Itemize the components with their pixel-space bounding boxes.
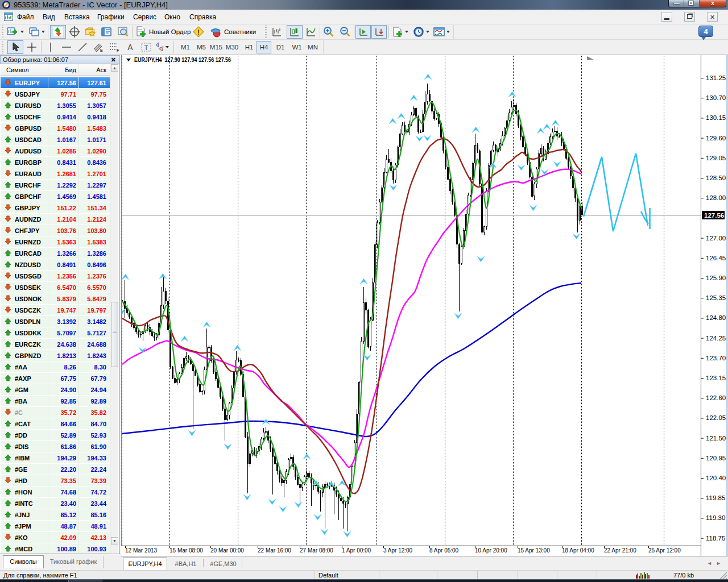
svg-text:12 Mar 2013: 12 Mar 2013 (125, 547, 158, 554)
svg-text:125.35: 125.35 (706, 294, 726, 301)
svg-text:3 Apr 12:00: 3 Apr 12:00 (383, 547, 413, 554)
svg-text:128.00: 128.00 (706, 194, 726, 201)
svg-text:130.15: 130.15 (706, 114, 726, 121)
svg-text:124.25: 124.25 (706, 335, 726, 342)
svg-text:126.45: 126.45 (706, 255, 726, 261)
svg-text:T: T (144, 44, 148, 51)
svg-text:25 Apr 12:00: 25 Apr 12:00 (648, 547, 681, 554)
svg-text:128.50: 128.50 (706, 174, 726, 181)
svg-text:120.40: 120.40 (706, 475, 726, 481)
svg-text:124.80: 124.80 (706, 314, 726, 321)
svg-text:122.60: 122.60 (706, 394, 726, 401)
svg-text:22 Mar 16:00: 22 Mar 16:00 (258, 547, 291, 554)
svg-text:123.15: 123.15 (706, 375, 726, 381)
svg-text:119.30: 119.30 (706, 514, 725, 521)
svg-text:20 Mar 00:00: 20 Mar 00:00 (210, 547, 244, 554)
svg-text:123.70: 123.70 (706, 355, 726, 361)
svg-text:130.70: 130.70 (706, 94, 726, 101)
svg-text:!: ! (197, 28, 200, 36)
svg-text:F: F (117, 48, 119, 52)
svg-text:122.05: 122.05 (706, 414, 726, 421)
svg-text:131.25: 131.25 (706, 74, 726, 81)
svg-text:125.90: 125.90 (706, 275, 726, 281)
svg-text:10 Apr 20:00: 10 Apr 20:00 (475, 547, 507, 554)
svg-text:15 Mar 08:00: 15 Mar 08:00 (169, 547, 203, 554)
svg-text:E: E (100, 48, 103, 52)
svg-text:EURJPY,H4 127.90 127.94 127.5: EURJPY,H4 127.90 127.94 127.56 127.56 (134, 57, 231, 63)
svg-text:127.00: 127.00 (706, 235, 726, 242)
svg-text:120.95: 120.95 (706, 455, 726, 462)
svg-text:119.85: 119.85 (706, 494, 725, 501)
svg-text:1 Apr 00:00: 1 Apr 00:00 (342, 547, 371, 554)
svg-text:121.50: 121.50 (706, 435, 726, 442)
svg-text:118.75: 118.75 (706, 535, 725, 542)
svg-text:15 Apr 13:00: 15 Apr 13:00 (518, 547, 550, 554)
svg-text:18 Apr 04:00: 18 Apr 04:00 (562, 547, 594, 554)
svg-text:129.05: 129.05 (706, 155, 726, 161)
svg-text:22 Apr 21:00: 22 Apr 21:00 (604, 547, 636, 554)
svg-text:A: A (127, 43, 133, 52)
svg-text:8 Apr 05:00: 8 Apr 05:00 (429, 547, 459, 554)
svg-text:127.56: 127.56 (704, 212, 724, 219)
svg-text:129.60: 129.60 (706, 135, 726, 142)
svg-text:27 Mar 08:00: 27 Mar 08:00 (300, 547, 333, 554)
